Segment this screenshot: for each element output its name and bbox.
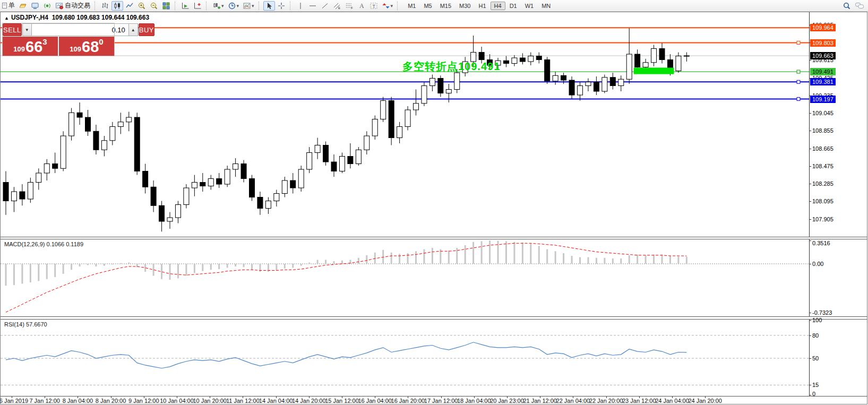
zoom-out-icon[interactable] [148,1,160,11]
zoom-in-icon[interactable] [136,1,148,11]
timeframe-h4[interactable]: H4 [491,2,505,10]
buy-button[interactable]: BUY [139,23,154,36]
autotrading-icon [55,2,64,10]
fibonacci-tool-icon[interactable]: F [343,1,355,11]
candle-body [250,179,255,197]
macd-histogram-bar [563,253,564,264]
new-order-button[interactable]: 单 [1,1,16,11]
macd-histogram-bar [391,253,392,264]
macd-histogram-bar [538,246,540,264]
search-icon[interactable] [841,1,853,11]
arrows-tool-button[interactable]: ▾ [380,1,395,11]
sell-price-display[interactable]: 109 66 3 [3,37,58,56]
rsi-axis-tick [809,358,811,359]
macd-histogram-bar [530,243,531,264]
candle-body [225,169,230,184]
macd-histogram-bar [399,254,400,264]
timeframe-mn[interactable]: MN [538,2,554,10]
candle-body [159,205,165,221]
macd-histogram-bar [686,257,687,264]
buy-price-display[interactable]: 109 68 0 [59,37,114,56]
macd-axis-tick [809,264,811,264]
new-chart-button[interactable]: ▾ [211,1,226,11]
candle-body [217,179,222,185]
candle-body [241,164,246,179]
periods-button[interactable]: ▾ [226,1,241,11]
chart-shift-icon[interactable] [192,1,203,11]
horizontal-line-tool-icon[interactable] [307,1,319,11]
candle-body [200,183,205,186]
volume-decrease-button[interactable]: ▼ [23,24,32,36]
macd-histogram-bar [333,261,335,264]
collapse-arrow-icon[interactable]: ▲ [4,15,9,21]
new-chart-icon [212,2,221,10]
macd-histogram-bar [71,264,72,270]
autotrading-button[interactable]: 自动交易 [54,1,92,11]
crosshair-icon[interactable] [276,1,287,11]
clock-icon [228,2,236,10]
macd-histogram-bar [38,264,39,281]
candle-body [389,101,394,138]
line-chart-icon[interactable] [124,1,135,11]
macd-histogram-bar [661,255,663,264]
volume-input[interactable] [32,24,128,36]
rsi-axis-tick [809,335,811,336]
candle-body [553,75,558,81]
cursor-icon[interactable] [263,1,275,11]
svg-text:F: F [351,6,353,10]
macd-histogram-bar [465,245,466,264]
macd-histogram-bar [300,264,302,266]
sell-price-prefix: 109 [13,45,25,53]
candle-body [44,164,49,174]
chart-annotation-text[interactable]: 多空转折点109.491 [402,59,500,74]
time-axis-label: 10 Jan 04:00 [160,398,194,404]
macd-histogram-bar [161,264,162,279]
candlestick-chart-icon[interactable] [111,1,123,11]
template-icon [243,2,251,10]
templates-button[interactable]: ▾ [241,1,256,11]
volume-increase-button[interactable]: ▲ [128,24,137,36]
timeframe-w1[interactable]: W1 [521,2,538,10]
macd-signal-line [6,243,686,312]
timeframe-h1[interactable]: H1 [475,2,490,10]
metaeditor-icon[interactable] [29,1,41,11]
volume-stepper: ▼ ▲ [22,23,138,36]
line-handle[interactable] [797,80,800,83]
trendline-tool-icon[interactable] [319,1,331,11]
panel-splitter[interactable] [1,316,867,317]
timeframe-m1[interactable]: M1 [404,2,419,10]
sell-button[interactable]: SELL [3,23,22,36]
time-axis-label: 23 Jan 12:00 [622,398,656,404]
tile-windows-icon[interactable] [160,1,172,11]
vertical-line-tool-icon[interactable] [295,1,306,11]
auto-scroll-icon[interactable] [179,1,191,11]
macd-axis-tick [809,313,811,313]
panel-splitter[interactable] [1,237,867,237]
equidistant-channel-tool-icon[interactable]: E [331,1,343,11]
time-axis-label: 18 Jan 04:00 [457,398,491,404]
timeframe-m15[interactable]: M15 [436,2,455,10]
line-handle[interactable] [797,70,800,73]
price-axis-tick [809,201,811,202]
support-zone-highlight[interactable] [634,67,674,74]
timeframe-m30[interactable]: M30 [456,2,474,10]
bar-chart-icon[interactable] [99,1,111,11]
timeframe-m5[interactable]: M5 [420,2,435,10]
candle-body [257,197,263,209]
text-label-tool-icon[interactable]: T [368,1,380,11]
candle-body [610,77,615,86]
line-handle[interactable] [797,41,800,45]
candle-body [53,164,58,169]
line-handle[interactable] [797,98,800,101]
broadcast-icon[interactable] [41,1,53,11]
timeframe-d1[interactable]: D1 [506,2,521,10]
panel-splitter[interactable] [1,319,867,320]
macd-histogram-bar [555,251,556,264]
candle-body [536,56,542,60]
macd-histogram-bar [5,264,7,286]
panel-splitter[interactable] [1,239,867,239]
chat-icon[interactable] [853,1,866,11]
text-tool-icon[interactable]: A [356,1,367,11]
gold-bar-icon[interactable] [17,1,29,11]
macd-histogram-bar [620,258,622,264]
